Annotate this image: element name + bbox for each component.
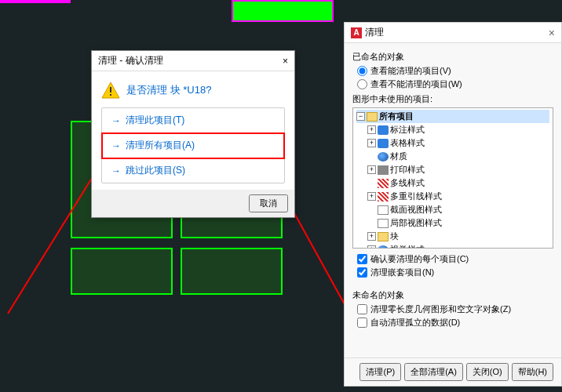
tree-item[interactable]: +块 <box>356 230 549 243</box>
expand-icon[interactable]: + <box>367 232 376 241</box>
expand-icon[interactable]: + <box>367 192 376 201</box>
tree-item[interactable]: 截面视图样式 <box>356 203 549 216</box>
tree-item[interactable]: 局部视图样式 <box>356 216 549 230</box>
dialog-question-row: 是否清理 块 *U18? <box>101 81 285 100</box>
collapse-icon[interactable]: − <box>356 112 365 121</box>
arrow-icon: → <box>111 165 121 176</box>
tree-item[interactable]: +表格样式 <box>356 136 549 150</box>
purge-titlebar: A 清理 × <box>345 23 561 43</box>
purge-all-button[interactable]: 全部清理(A) <box>404 363 463 381</box>
arrow-icon: → <box>111 115 121 126</box>
dialog-question-text: 是否清理 块 *U18? <box>126 83 211 97</box>
checkbox-input[interactable] <box>357 267 367 278</box>
check-label: 自动清理孤立的数据(D) <box>370 317 460 328</box>
tree-item[interactable]: +视觉样式 <box>356 243 549 249</box>
tree-item-label: 所有项目 <box>379 111 414 122</box>
tree-item-label: 多线样式 <box>390 177 425 189</box>
tree-label: 图形中未使用的项目: <box>352 93 553 105</box>
tree-item-label: 截面视图样式 <box>390 204 442 216</box>
expand-icon[interactable]: + <box>367 165 376 174</box>
tree-item-label: 多重引线样式 <box>390 191 442 202</box>
folder-icon <box>367 112 378 122</box>
option-purge-all[interactable]: → 清理所有项目(A) <box>102 133 284 158</box>
purge-tree[interactable]: − 所有项目 +标注样式+表格样式材质+打印样式多线样式+多重引线样式截面视图样… <box>352 107 553 249</box>
option-label: 清理所有项目(A) <box>126 139 195 152</box>
purge-panel: A 清理 × 已命名的对象 查看能清理的项目(V) 查看不能清理的项目(W) 图… <box>344 22 562 387</box>
help-button[interactable]: 帮助(H) <box>512 363 553 381</box>
tree-item-label: 表格样式 <box>390 137 425 149</box>
unnamed-objects-label: 未命名的对象 <box>352 289 553 301</box>
expand-icon[interactable]: + <box>367 125 376 134</box>
radio-label: 查看不能清理的项目(W) <box>370 78 462 90</box>
check-zero-length[interactable]: 清理零长度几何图形和空文字对象(Z) <box>357 303 553 315</box>
dialog-title-text: 清理 - 确认清理 <box>98 54 163 67</box>
tree-item-label: 打印样式 <box>390 164 425 176</box>
close-button[interactable]: 关闭(O) <box>466 363 509 381</box>
check-orphan-data[interactable]: 自动清理孤立的数据(D) <box>357 317 553 328</box>
tree-root[interactable]: − 所有项目 <box>356 110 549 123</box>
tree-item[interactable]: 多线样式 <box>356 176 549 190</box>
warning-icon <box>101 81 120 100</box>
tree-item[interactable]: +打印样式 <box>356 163 549 176</box>
radio-label: 查看能清理的项目(V) <box>370 65 451 77</box>
purge-title-text: 清理 <box>365 26 546 39</box>
radio-input[interactable] <box>357 79 367 89</box>
tree-type-icon <box>378 205 389 215</box>
option-skip-this[interactable]: → 跳过此项目(S) <box>102 158 284 183</box>
tree-type-icon <box>378 245 389 249</box>
confirm-purge-dialog: 清理 - 确认清理 × 是否清理 块 *U18? → 清理此项目(T) → 清理… <box>91 50 295 218</box>
tree-item-label: 材质 <box>390 151 407 162</box>
purge-button[interactable]: 清理(P) <box>359 363 401 381</box>
tree-type-icon <box>378 165 389 175</box>
check-nested[interactable]: 清理嵌套项目(N) <box>357 267 553 278</box>
tree-item-label: 标注样式 <box>390 124 425 136</box>
expand-icon[interactable]: + <box>367 139 376 147</box>
dialog-footer: 取消 <box>92 190 294 217</box>
tree-type-icon <box>378 179 389 188</box>
checkbox-input[interactable] <box>357 318 367 328</box>
option-purge-this[interactable]: → 清理此项目(T) <box>102 108 284 133</box>
option-label: 清理此项目(T) <box>126 114 184 127</box>
tree-item-label: 视觉样式 <box>390 244 425 249</box>
dialog-titlebar: 清理 - 确认清理 × <box>92 51 294 71</box>
check-label: 清理零长度几何图形和空文字对象(Z) <box>370 303 511 315</box>
tree-type-icon <box>378 219 389 228</box>
tree-type-icon <box>378 232 389 241</box>
close-icon[interactable]: × <box>283 56 288 67</box>
checkbox-input[interactable] <box>357 304 367 314</box>
svg-rect-6 <box>110 94 111 96</box>
check-confirm-each[interactable]: 确认要清理的每个项目(C) <box>357 253 553 265</box>
close-icon[interactable]: × <box>549 27 555 39</box>
named-objects-label: 已命名的对象 <box>352 51 553 63</box>
tree-item-label: 局部视图样式 <box>390 217 442 229</box>
cancel-button[interactable]: 取消 <box>249 194 288 212</box>
tree-item[interactable]: +多重引线样式 <box>356 190 549 203</box>
expand-icon[interactable]: + <box>367 245 376 249</box>
tree-item[interactable]: 材质 <box>356 150 549 163</box>
tree-item-label: 块 <box>390 230 399 242</box>
option-label: 跳过此项目(S) <box>126 164 185 177</box>
check-label: 确认要清理的每个项目(C) <box>370 253 469 265</box>
svg-rect-5 <box>110 87 111 93</box>
tree-type-icon <box>378 192 389 201</box>
tree-type-icon <box>378 139 389 148</box>
tree-type-icon <box>378 152 389 162</box>
dialog-options: → 清理此项目(T) → 清理所有项目(A) → 跳过此项目(S) <box>101 107 285 183</box>
tree-item[interactable]: +标注样式 <box>356 123 549 136</box>
arrow-icon: → <box>111 140 121 151</box>
radio-view-nonpurgeable[interactable]: 查看不能清理的项目(W) <box>357 78 553 90</box>
radio-view-purgeable[interactable]: 查看能清理的项目(V) <box>357 65 553 77</box>
radio-input[interactable] <box>357 66 367 76</box>
checkbox-input[interactable] <box>357 254 367 264</box>
purge-button-row: 清理(P) 全部清理(A) 关闭(O) 帮助(H) <box>345 358 561 386</box>
app-logo-icon: A <box>351 27 362 38</box>
check-label: 清理嵌套项目(N) <box>370 267 434 278</box>
tree-type-icon <box>378 125 389 135</box>
